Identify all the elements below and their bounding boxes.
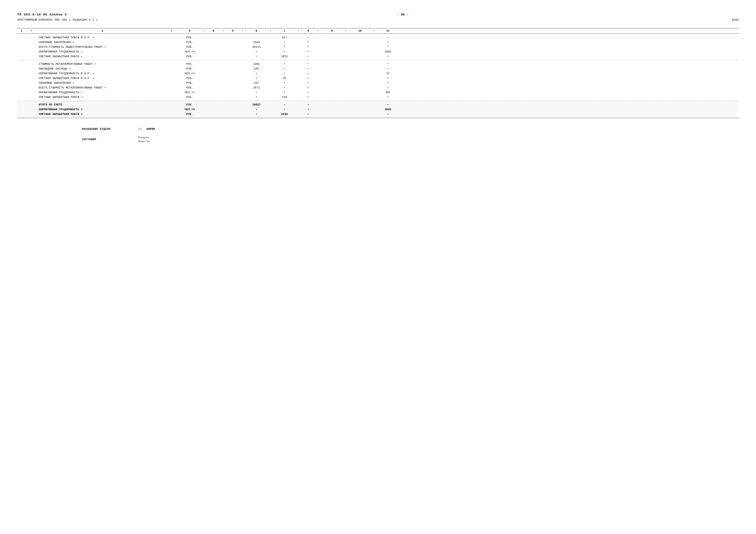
cell: •	[300, 103, 317, 106]
cell: НАКЛАДНЫЕ РАСХОДЫ =	[37, 67, 166, 70]
cell: ВСЕГО,СТОИМОСТЬ ОБЩЕСТРОИТЕЛЬНЫХ РАБОТ =	[37, 45, 166, 49]
cell: •	[375, 77, 401, 80]
cell: •	[244, 91, 269, 94]
section-1: СМЕТНАЯ ЗАРАБОТНАЯ ПЛАТА В Н.Р. = РУБ. -…	[17, 34, 739, 60]
author-name-1: Гончаров.	[138, 136, 150, 139]
cell: •	[244, 113, 269, 116]
cell: 35	[272, 77, 297, 80]
cell: 26215	[244, 45, 269, 49]
cell: СМЕТНАЯ ЗАРАБОТНАЯ ПЛАТА =	[37, 55, 166, 58]
cell: 2281	[244, 63, 269, 66]
col-sep-2: !	[166, 29, 177, 33]
col-sep-4: !	[222, 29, 224, 33]
table-row: ВСЕГО,СТОИМОСТЬ ОБЩЕСТРОИТЕЛЬНЫХ РАБОТ =…	[17, 44, 739, 49]
chief-scribble-icon: ////	[138, 127, 143, 132]
section-2: СТОИМОСТЬ МЕТАЛЛОМОНТАЖНЫХ РАБОТ = РУБ. …	[17, 60, 739, 101]
cell: •	[375, 67, 401, 70]
cell: •	[300, 81, 317, 85]
cell: СМЕТНАЯ ЗАРАБОТНАЯ ПЛАТА =	[37, 96, 166, 99]
cell: •	[272, 81, 297, 85]
cell: •	[375, 45, 401, 49]
cell: РУБ.	[177, 77, 202, 80]
cell: -	[244, 36, 269, 39]
cell: •	[272, 67, 297, 70]
cell: •	[375, 41, 401, 44]
author-name-2: Лато Суя	[138, 140, 150, 143]
signature-area: НАЧАЛЬНИК ОТДЕЛА //// БФРИИ СОСТАВИЛ Гон…	[82, 127, 739, 143]
cell: РУБ.	[177, 86, 202, 89]
cell: НОРМАТИВНАЯ ТРУДОЕМКОСТЬ =	[37, 50, 166, 53]
col-header-9: 9	[319, 29, 345, 33]
col-header-7: 7	[272, 29, 297, 33]
cell: 2672	[244, 86, 269, 89]
col-sep-9: !	[345, 29, 347, 33]
col-sep-8: !	[317, 29, 319, 33]
cell: ЧЕЛ.=Ч	[177, 72, 202, 75]
col-sep-1: !	[26, 29, 37, 33]
cell: НОРМАТИВНАЯ ТРУДОЕМКОСТЬ =	[37, 91, 166, 94]
chief-name: БФРИИ	[147, 127, 155, 131]
cell: РУБ.	[177, 45, 202, 49]
col-header-4: 4	[205, 29, 222, 33]
cell: 2830	[272, 113, 297, 116]
cell: 28887	[244, 103, 269, 106]
cell: СМЕТНАЯ ЗАРАБОТНАЯ ПЛАТА В Н.Р. =	[37, 77, 166, 80]
table-row: СМЕТНАЯ ЗАРАБОТНАЯ ПЛАТА В Н.Р. = РУБ. -…	[17, 35, 739, 40]
cell: •	[375, 63, 401, 66]
cell: РУБ.	[177, 81, 202, 85]
table-row-total: ИТОГО ПО СМЕТЕ РУБ. 28887 • • •	[17, 102, 739, 107]
table-row: НОРМАТИВНАЯ ТРУДОЕМКОСТЬ В Н.Р. = ЧЕЛ.=Ч…	[17, 71, 739, 76]
author-signature-row: СОСТАВИЛ Гончаров. Лато Суя	[82, 136, 739, 143]
col-header-3: 3	[177, 29, 202, 33]
cell: 197	[244, 81, 269, 85]
cell: •	[375, 113, 401, 116]
cell: РУБ.	[177, 96, 202, 99]
cell: РУБ.	[177, 55, 202, 58]
col-header-8: 8	[300, 29, 317, 33]
subheader-right: 6269	[732, 18, 739, 21]
table-row: НАКЛАДНЫЕ РАСХОДЫ = РУБ. 194 • • •	[17, 66, 739, 71]
col-sep-6: !	[269, 29, 272, 33]
cell: РУБ.	[177, 36, 202, 39]
author-sig-multi: Гончаров. Лато Суя	[138, 136, 150, 143]
cell: ИТОГО ПО СМЕТЕ	[37, 103, 166, 106]
cell: 17	[375, 72, 401, 75]
cell: •	[244, 72, 269, 75]
cell: 1945	[244, 41, 269, 44]
cell: •	[300, 113, 317, 116]
col-sep-10: !	[373, 29, 375, 33]
cell: •	[272, 41, 297, 44]
cell: •	[244, 55, 269, 58]
cell: •	[244, 77, 269, 80]
cell: •	[272, 108, 297, 111]
cell: •	[244, 96, 269, 99]
cell: РУБ.	[177, 41, 202, 44]
table-row-total: НОРМАТИВНАЯ ТРУДОЕМКОСТЬ = ЧЕЛ.=Ч • • • …	[17, 107, 739, 112]
cell: РУБ.	[177, 113, 202, 116]
table-row: СМЕТНАЯ ЗАРАБОТНАЯ ПЛАТА = РУБ. • 2612 •…	[17, 54, 739, 59]
table-row: СМЕТНАЯ ЗАРАБОТНАЯ ПЛАТА В Н.Р. = РУБ. •…	[17, 76, 739, 81]
table-row: ПЛАНОВЫЕ НАКОПЛЕНИЯ = РУБ. 197 • • •	[17, 81, 739, 85]
col-header-6: 6	[244, 29, 269, 33]
table-row: НОРМАТИВНАЯ ТРУДОЕМКОСТЬ = ЧЕЛ.=Ч • • • …	[17, 49, 739, 54]
cell: НОРМАТИВНАЯ ТРУДОЕМКОСТЬ В Н.Р. =	[37, 72, 166, 75]
cell: ПЛАНОВЫЕ НАКОПЛЕНИЯ =	[37, 41, 166, 44]
cell: •	[300, 77, 317, 80]
cell: •	[272, 72, 297, 75]
cell: 194	[244, 67, 269, 70]
cell: •	[300, 45, 317, 49]
cell: •	[300, 55, 317, 58]
cell: •	[272, 86, 297, 89]
table-row: СМЕТНАЯ ЗАРАБОТНАЯ ПЛАТА = РУБ. • 216 • …	[17, 95, 739, 99]
chief-label: НАЧАЛЬНИК ОТДЕЛА	[82, 127, 129, 131]
subheader: ПРОГРАММНЫЙ КОМПЛЕКС АВС-ЗЕС ( РЕДАКЦИЯ …	[17, 18, 739, 21]
cell: •	[300, 63, 317, 66]
col-sep-7: !	[297, 29, 300, 33]
author-label: СОСТАВИЛ	[82, 138, 129, 141]
main-table: 1 ! 2 ! 3 ! 4 ! 5 ! 6 ! 7 ! 8 ! 9 ! 10 !…	[17, 28, 739, 118]
cell: •	[300, 72, 317, 75]
cell: ЧЕЛ.=Ч	[177, 108, 202, 111]
cell: •	[300, 91, 317, 94]
cell: СМЕТНАЯ ЗАРАБОТНАЯ ПЛАТА В Н.Р. =	[37, 36, 166, 39]
cell: •	[300, 108, 317, 111]
